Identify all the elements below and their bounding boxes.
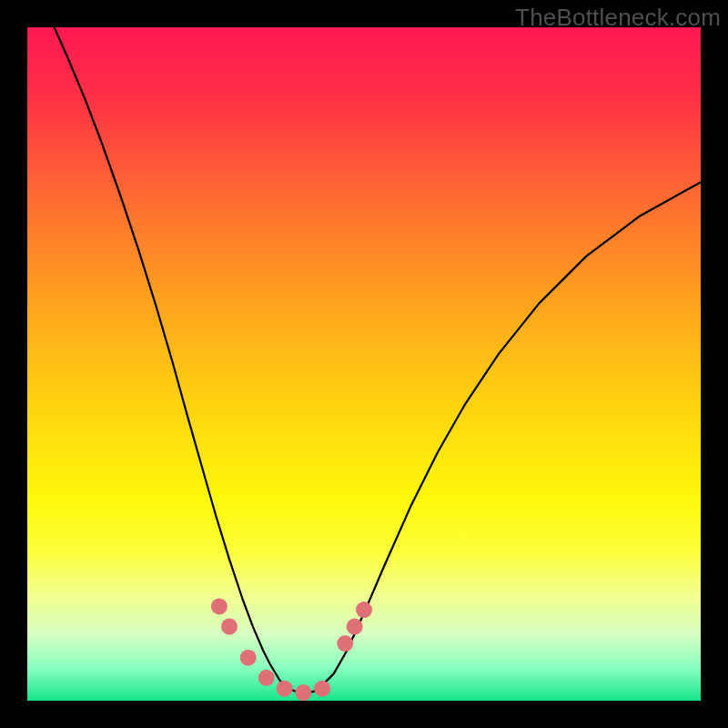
- pink-dots-left-marker: [258, 670, 275, 686]
- pink-dots-left-marker: [221, 619, 238, 635]
- pink-dots-left-marker: [240, 650, 257, 666]
- pink-dots-right-marker: [337, 635, 353, 652]
- pink-dots-left-marker: [277, 681, 293, 697]
- pink-dots-right-marker: [347, 619, 363, 635]
- chart-frame: TheBottleneck.com: [0, 0, 728, 728]
- watermark-label: TheBottleneck.com: [515, 4, 721, 32]
- pink-dots-left-marker: [211, 598, 228, 614]
- pink-dots-left-marker: [295, 684, 311, 701]
- bottleneck-curve: [55, 27, 701, 694]
- curve-overlay: [27, 27, 701, 701]
- pink-dots-right-marker: [356, 602, 372, 618]
- pink-dots-left-marker: [314, 681, 330, 697]
- plot-area: [27, 27, 701, 701]
